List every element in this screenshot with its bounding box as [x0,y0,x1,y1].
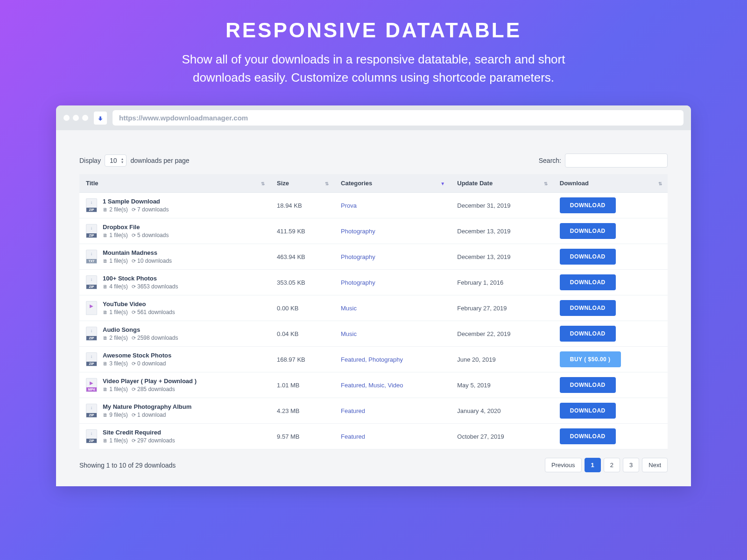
category-link[interactable]: Photography [341,253,375,260]
app-logo-icon [94,112,107,125]
col-categories[interactable]: Categories▼ [334,174,451,193]
category-link[interactable]: Music [341,305,357,312]
maximize-icon[interactable] [82,115,88,121]
date-cell: May 5, 2019 [451,372,553,398]
search-label: Search: [539,157,561,164]
download-button[interactable]: DOWNLOAD [560,403,616,419]
download-title[interactable]: Mountain Madness [103,249,172,256]
download-title[interactable]: Video Player ( Play + Download ) [103,378,197,385]
col-size[interactable]: Size⇅ [270,174,334,193]
file-count: 🗎 1 file(s) [103,386,128,392]
size-cell: 463.94 KB [270,244,334,270]
size-cell: 411.59 KB [270,218,334,244]
per-page-suffix: downloads per page [130,157,189,164]
date-cell: June 20, 2019 [451,347,553,372]
download-button[interactable]: DOWNLOAD [560,197,616,213]
download-title[interactable]: Site Credit Required [103,429,175,436]
download-button[interactable]: DOWNLOAD [560,300,616,316]
file-type-icon: ▶MP4 [86,378,97,392]
col-update-date[interactable]: Update Date⇅ [451,174,553,193]
page-subtitle: Show all of your downloads in a responsi… [163,50,584,87]
file-count: 🗎 1 file(s) [103,437,128,444]
file-count: 🗎 1 file(s) [103,232,128,238]
next-button[interactable]: Next [642,458,668,472]
per-page-select[interactable]: 10 ▴▾ [105,154,127,167]
table-row: ↓ZIP Audio Songs 🗎 2 file(s) ⟳ 2598 down… [79,321,668,347]
sort-icon: ⇅ [325,181,329,186]
download-title[interactable]: My Nature Photography Album [103,403,191,410]
download-button[interactable]: DOWNLOAD [560,326,616,342]
file-type-icon: ▶ [86,301,97,315]
file-type-icon: ↓ZIP [86,275,97,289]
prev-button[interactable]: Previous [545,458,582,472]
download-button[interactable]: DOWNLOAD [560,274,616,290]
buy-button[interactable]: BUY ( $50.00 ) [560,351,621,367]
file-type-icon: ↓TXT [86,250,97,264]
category-link[interactable]: Featured, Photography [341,356,403,363]
file-count: 🗎 4 file(s) [103,283,128,290]
size-cell: 353.05 KB [270,270,334,295]
size-cell: 18.94 KB [270,193,334,218]
minimize-icon[interactable] [73,115,79,121]
download-count: ⟳ 561 downloads [132,309,175,315]
page-title: RESPONSIVE DATATABLE [37,19,710,42]
download-button[interactable]: DOWNLOAD [560,223,616,239]
download-count: ⟳ 1 download [132,412,166,418]
date-cell: January 4, 2020 [451,398,553,424]
download-count: ⟳ 297 downloads [132,437,175,444]
table-row: ▶MP4 Video Player ( Play + Download ) 🗎 … [79,372,668,398]
download-title[interactable]: 100+ Stock Photos [103,275,178,282]
category-link[interactable]: Music [341,330,357,337]
col-download[interactable]: Download⇅ [553,174,668,193]
downloads-table: Title⇅ Size⇅ Categories▼ Update Date⇅ Do… [79,174,668,449]
category-link[interactable]: Featured [341,407,365,414]
file-count: 🗎 9 file(s) [103,412,128,418]
url-bar[interactable]: https://www.wpdownloadmanager.com [113,110,684,126]
category-link[interactable]: Featured, Music, Video [341,382,403,389]
page-number-button[interactable]: 1 [585,458,601,472]
page-number-button[interactable]: 2 [604,458,620,472]
download-title[interactable]: Audio Songs [103,326,178,333]
download-button[interactable]: DOWNLOAD [560,428,616,444]
search-input[interactable] [565,154,668,168]
category-link[interactable]: Featured [341,433,365,440]
close-icon[interactable] [63,115,70,121]
download-count: ⟳ 5 downloads [132,232,169,238]
download-count: ⟳ 10 downloads [132,258,172,264]
file-count: 🗎 1 file(s) [103,309,128,315]
date-cell: December 13, 2019 [451,244,553,270]
download-button[interactable]: DOWNLOAD [560,377,616,393]
date-cell: December 22, 2019 [451,321,553,347]
download-count: ⟳ 285 downloads [132,386,175,392]
file-count: 🗎 2 file(s) [103,335,128,341]
browser-window: https://www.wpdownloadmanager.com Displa… [56,105,691,486]
col-title[interactable]: Title⇅ [79,174,270,193]
category-link[interactable]: Photography [341,279,375,286]
date-cell: December 13, 2019 [451,218,553,244]
file-count: 🗎 2 file(s) [103,206,128,213]
download-count: ⟳ 3653 downloads [132,283,178,290]
table-row: ↓ZIP 1 Sample Download 🗎 2 file(s) ⟳ 7 d… [79,193,668,218]
table-row: ↓ZIP Awesome Stock Photos 🗎 3 file(s) ⟳ … [79,347,668,372]
page-number-button[interactable]: 3 [623,458,639,472]
download-title[interactable]: Awesome Stock Photos [103,352,171,359]
download-count: ⟳ 0 download [132,360,166,367]
download-title[interactable]: YouTube Video [103,301,175,308]
category-link[interactable]: Prova [341,202,357,209]
file-type-icon: ↓ZIP [86,352,97,366]
size-cell: 9.57 MB [270,424,334,449]
download-title[interactable]: Dropbox File [103,224,169,231]
download-title[interactable]: 1 Sample Download [103,198,169,205]
size-cell: 168.97 KB [270,347,334,372]
file-type-icon: ↓ZIP [86,327,97,341]
sort-icon: ⇅ [658,181,662,186]
size-cell: 1.01 MB [270,372,334,398]
date-cell: February 1, 2016 [451,270,553,295]
download-button[interactable]: DOWNLOAD [560,249,616,265]
size-cell: 0.00 KB [270,295,334,321]
category-link[interactable]: Photography [341,228,375,235]
file-type-icon: ↓ZIP [86,224,97,238]
table-row: ↓ZIP My Nature Photography Album 🗎 9 fil… [79,398,668,424]
date-cell: February 27, 2019 [451,295,553,321]
file-count: 🗎 1 file(s) [103,258,128,264]
